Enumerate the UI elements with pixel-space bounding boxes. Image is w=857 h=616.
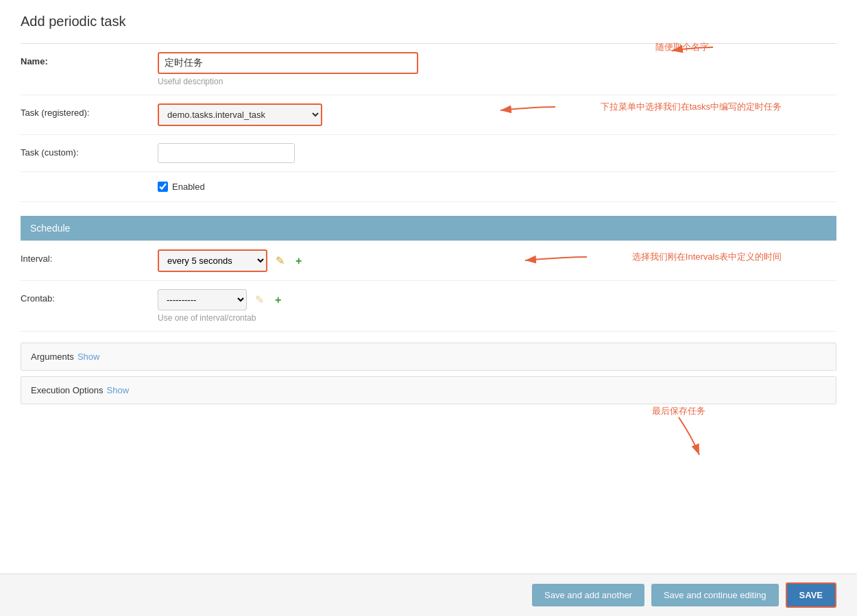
interval-row: Interval: every 5 seconds ✎ + (21, 241, 836, 281)
task-registered-select[interactable]: demo.tasks.interval_task (158, 103, 322, 126)
schedule-header: Schedule (21, 216, 836, 241)
name-annotation: 随便取个名字 (655, 37, 754, 58)
name-row: Name: Useful description 随便取个名字 (21, 44, 836, 95)
interval-annotation: 选择我们刚在Intervals表中定义的时间 (587, 247, 782, 267)
task-registered-row: Task (registered): demo.tasks.interval_t… (21, 95, 836, 135)
task-custom-label: Task (custom): (21, 143, 158, 158)
crontab-controls: ---------- ✎ + (158, 289, 836, 310)
name-hint: Useful description (158, 77, 836, 86)
crontab-edit-button[interactable]: ✎ (252, 292, 267, 308)
crontab-label: Crontab: (21, 289, 158, 304)
crontab-add-button[interactable]: + (272, 293, 284, 308)
task-custom-field (158, 143, 836, 163)
interval-select[interactable]: every 5 seconds (158, 249, 267, 272)
task-custom-input[interactable] (158, 143, 295, 163)
execution-section: Execution Options Show (21, 376, 836, 404)
enabled-row: Enabled (21, 172, 836, 202)
enabled-checkbox[interactable] (158, 182, 168, 192)
crontab-field: ---------- ✎ + Use one of interval/cront… (158, 289, 836, 323)
execution-show-link[interactable]: Show (107, 385, 130, 395)
crontab-row: Crontab: ---------- ✎ + Use one of inter… (21, 281, 836, 332)
form-section: Name: Useful description 随便取个名字 (21, 43, 836, 202)
interval-label: Interval: (21, 249, 158, 264)
name-label: Name: (21, 52, 158, 66)
crontab-hint: Use one of interval/crontab (158, 313, 836, 323)
save-continue-button[interactable]: Save and continue editing (651, 584, 779, 606)
save-button[interactable]: SAVE (786, 582, 836, 608)
save-add-another-button[interactable]: Save and add another (532, 584, 644, 606)
crontab-select[interactable]: ---------- (158, 289, 247, 310)
interval-add-button[interactable]: + (293, 254, 304, 269)
task-annotation: 下拉菜单中选择我们在tasks中编写的定时任务 (555, 97, 782, 117)
arguments-header: Arguments Show (21, 343, 836, 370)
schedule-section: Schedule Interval: every 5 seconds ✎ + (21, 216, 836, 332)
bottom-bar: Save and add another Save and continue e… (0, 574, 857, 616)
interval-edit-button[interactable]: ✎ (273, 253, 287, 269)
execution-header: Execution Options Show (21, 377, 836, 404)
task-registered-label: Task (registered): (21, 103, 158, 118)
save-annotation: 最后保存任务 (651, 405, 706, 458)
enabled-label[interactable]: Enabled (158, 182, 205, 192)
page-title: Add periodic task (21, 14, 836, 29)
arguments-show-link[interactable]: Show (77, 352, 100, 362)
name-input[interactable] (158, 52, 418, 74)
arguments-section: Arguments Show (21, 343, 836, 371)
task-custom-row: Task (custom): (21, 135, 836, 172)
